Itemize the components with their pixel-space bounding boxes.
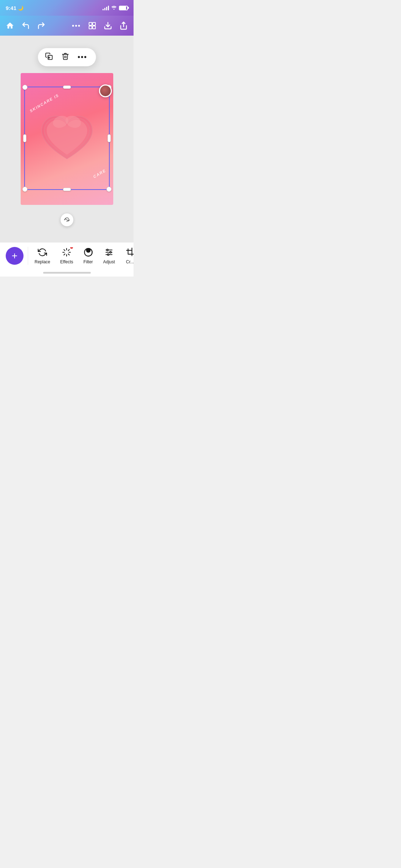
rotate-handle[interactable] <box>61 213 73 226</box>
handle-left-center[interactable] <box>23 134 26 142</box>
home-bar <box>43 272 91 274</box>
tool-crop[interactable]: Cr... <box>120 247 134 264</box>
undo-button[interactable] <box>21 21 30 30</box>
handle-bottom-left[interactable] <box>22 187 27 192</box>
download-button[interactable] <box>104 21 112 30</box>
home-indicator <box>0 272 134 277</box>
effects-badge <box>70 247 73 249</box>
handle-top-left[interactable] <box>22 85 27 90</box>
battery-icon <box>119 6 128 10</box>
tool-filter[interactable]: Filter <box>78 247 98 264</box>
add-button[interactable]: + <box>6 247 24 265</box>
svg-point-24 <box>110 252 111 253</box>
toolbar-divider <box>28 247 28 265</box>
replace-icon <box>37 247 47 257</box>
replace-label: Replace <box>35 259 50 264</box>
handle-bottom-center[interactable] <box>63 188 71 191</box>
more-options-button[interactable]: ••• <box>78 53 89 61</box>
adjust-label: Adjust <box>103 259 115 264</box>
svg-point-25 <box>108 254 109 255</box>
svg-point-23 <box>107 249 108 250</box>
handle-right-center[interactable] <box>108 134 111 142</box>
filter-label: Filter <box>83 259 93 264</box>
bottom-toolbar: + Replace <box>0 242 134 272</box>
crop-label: Cr... <box>126 259 134 264</box>
svg-rect-3 <box>93 26 95 29</box>
time-display: 9:41 <box>6 5 16 11</box>
adjust-icon <box>104 247 114 257</box>
effects-label: Effects <box>60 259 73 264</box>
add-icon: + <box>12 251 17 261</box>
moon-icon: 🌙 <box>18 5 24 11</box>
effects-icon <box>62 247 72 257</box>
context-menu: ••• <box>38 48 96 66</box>
canvas-area: ••• SKINCARE IS CARE <box>0 36 134 242</box>
svg-rect-0 <box>89 22 92 25</box>
tool-adjust[interactable]: Adjust <box>98 247 120 264</box>
handle-top-center[interactable] <box>63 86 71 89</box>
delete-button[interactable] <box>61 52 69 62</box>
signal-icon <box>103 5 109 10</box>
share-button[interactable] <box>119 21 128 30</box>
redo-button[interactable] <box>37 21 46 30</box>
svg-rect-1 <box>93 22 95 25</box>
handle-bottom-right[interactable] <box>106 187 111 192</box>
tool-replace[interactable]: Replace <box>30 247 55 264</box>
home-button[interactable] <box>6 21 14 30</box>
wifi-icon <box>111 5 117 11</box>
crop-icon <box>125 247 134 257</box>
svg-rect-2 <box>89 26 92 29</box>
toolbar-left <box>6 21 46 30</box>
svg-line-13 <box>64 249 65 250</box>
status-bar: 9:41 🌙 <box>0 0 134 16</box>
more-button[interactable]: ••• <box>72 22 81 30</box>
svg-line-18 <box>68 249 69 250</box>
layers-button[interactable] <box>88 21 97 30</box>
toolbar-right: ••• <box>72 21 128 30</box>
svg-line-14 <box>68 254 69 255</box>
status-time: 9:41 🌙 <box>6 5 24 11</box>
filter-icon <box>83 247 93 257</box>
top-toolbar: ••• <box>0 16 134 36</box>
tool-effects[interactable]: Effects <box>55 247 78 264</box>
design-canvas[interactable]: ••• SKINCARE IS CARE <box>21 73 113 205</box>
selection-box <box>24 87 110 190</box>
color-swatch[interactable] <box>99 84 112 97</box>
svg-line-17 <box>64 254 65 255</box>
copy-button[interactable] <box>45 52 53 62</box>
toolbar-tools: Replace Effects <box>30 247 134 264</box>
status-icons <box>103 5 128 11</box>
